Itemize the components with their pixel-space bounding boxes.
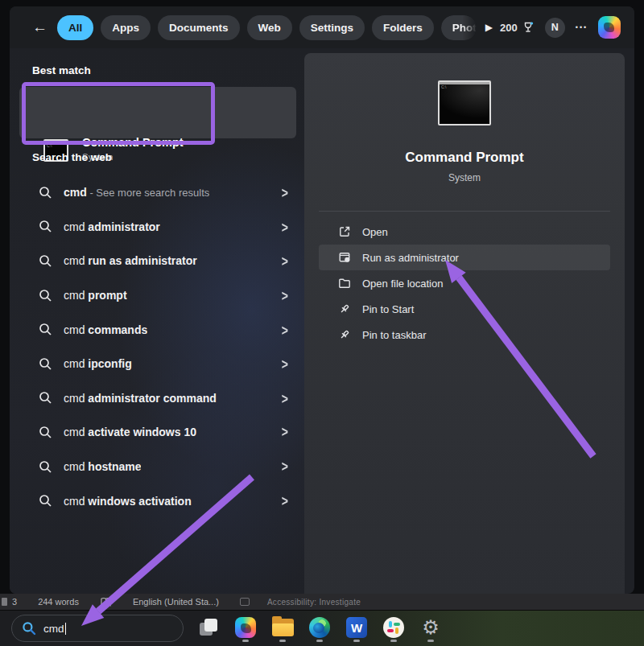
app-title: Command Prompt — [304, 150, 625, 166]
search-icon — [39, 391, 52, 405]
copilot-taskbar-icon[interactable] — [234, 616, 257, 639]
chevron-right-icon: > — [282, 287, 288, 304]
rewards-trophy-icon — [522, 21, 535, 34]
file-explorer-icon[interactable] — [271, 616, 294, 639]
chevron-right-icon: > — [282, 184, 288, 201]
status-word-count[interactable]: 244 words — [38, 597, 79, 607]
taskbar-search-box[interactable]: cmd — [11, 615, 184, 642]
proofing-book-icon[interactable] — [100, 597, 112, 607]
folder-icon — [338, 277, 351, 290]
action-pin-to-taskbar[interactable]: Pin to taskbar — [319, 322, 610, 348]
task-view-icon[interactable] — [197, 616, 220, 639]
tab-settings[interactable]: Settings — [299, 15, 365, 40]
search-results-pane: Best match Command Prompt System Search … — [10, 48, 304, 594]
search-icon — [39, 323, 52, 336]
best-match-heading: Best match — [32, 64, 91, 76]
tab-apps[interactable]: Apps — [101, 15, 151, 40]
status-page-number[interactable]: 3 — [12, 597, 17, 607]
panel-divider — [319, 211, 610, 212]
rewards-points: 200 — [500, 22, 518, 34]
action-run-as-administrator[interactable]: Run as administrator — [319, 245, 610, 270]
settings-gear-icon[interactable]: ⚙ — [419, 616, 442, 639]
tab-photos[interactable]: Phot — [441, 15, 477, 40]
edge-browser-icon[interactable] — [308, 616, 331, 639]
status-dim-icon — [240, 598, 250, 606]
search-icon — [39, 289, 52, 302]
chevron-right-icon: > — [282, 218, 288, 235]
command-prompt-icon-large — [438, 80, 491, 125]
web-suggestions-list: cmd - See more search results > cmd admi… — [10, 175, 304, 518]
copilot-icon[interactable] — [598, 16, 621, 39]
admin-shield-icon — [338, 251, 351, 264]
pin-icon — [338, 328, 351, 341]
search-icon — [39, 186, 52, 200]
tab-folders[interactable]: Folders — [372, 15, 434, 40]
action-open-file-location[interactable]: Open file location — [319, 270, 610, 296]
best-match-title: Command Prompt — [82, 136, 184, 149]
app-detail-panel: Command Prompt System Open Run as admini… — [304, 53, 625, 594]
search-flyout-window: ← All Apps Documents Web Settings Folder… — [10, 6, 634, 594]
text-caret — [65, 623, 66, 635]
chevron-right-icon: > — [282, 253, 288, 270]
suggestion-cmd-ipconfig[interactable]: cmd ipconfig > — [10, 347, 304, 381]
taskbar-search-value: cmd — [43, 623, 64, 635]
back-arrow-icon[interactable]: ← — [32, 19, 50, 36]
chevron-right-icon: > — [282, 321, 288, 338]
status-language[interactable]: English (United Sta...) — [133, 597, 219, 607]
rewards-badge[interactable]: 200 — [500, 21, 535, 34]
suggestion-cmd-commands[interactable]: cmd commands > — [10, 312, 304, 347]
tabs-overflow-icon[interactable]: ▶ — [485, 22, 493, 33]
search-web-heading: Search the web — [32, 151, 112, 163]
tab-web[interactable]: Web — [247, 15, 292, 40]
chevron-right-icon: > — [282, 389, 288, 406]
more-options-icon[interactable]: ••• — [576, 23, 588, 31]
search-icon — [39, 494, 52, 508]
slack-icon[interactable] — [382, 616, 405, 639]
action-pin-to-start[interactable]: Pin to Start — [319, 296, 610, 322]
best-match-result[interactable]: Command Prompt System — [19, 87, 296, 138]
status-page-icon — [2, 598, 7, 606]
open-external-icon — [338, 225, 351, 238]
suggestion-cmd-run-as-administrator[interactable]: cmd run as administrator > — [10, 244, 304, 278]
suggestion-cmd-hostname[interactable]: cmd hostname > — [10, 450, 304, 484]
app-subtitle: System — [304, 172, 625, 183]
word-icon[interactable]: W — [345, 616, 368, 639]
chevron-right-icon: > — [282, 424, 288, 441]
search-icon — [39, 426, 52, 439]
chevron-right-icon: > — [282, 492, 288, 509]
tab-documents[interactable]: Documents — [158, 15, 240, 40]
search-icon — [39, 220, 52, 233]
suggestion-cmd-administrator-command[interactable]: cmd administrator command > — [10, 381, 304, 416]
pin-icon — [338, 302, 351, 315]
status-accessibility[interactable]: Accessibility: Investigate — [267, 598, 361, 607]
taskbar-icons: W ⚙ — [197, 616, 442, 639]
topbar-right-group: 200 N ••• — [500, 16, 621, 39]
search-icon — [39, 460, 52, 474]
search-icon — [22, 621, 36, 636]
suggestion-cmd-activate-windows-10[interactable]: cmd activate windows 10 > — [10, 415, 304, 450]
search-filter-bar: ← All Apps Documents Web Settings Folder… — [10, 6, 634, 48]
suggestion-cmd-see-more[interactable]: cmd - See more search results > — [10, 175, 304, 210]
profile-avatar[interactable]: N — [545, 18, 565, 38]
suggestion-cmd-administrator[interactable]: cmd administrator > — [10, 210, 304, 245]
search-icon — [39, 357, 52, 371]
suggestion-cmd-windows-activation[interactable]: cmd windows activation > — [10, 483, 304, 518]
app-actions-list: Open Run as administrator Open file loca… — [319, 219, 610, 348]
chevron-right-icon: > — [282, 356, 288, 372]
chevron-right-icon: > — [282, 459, 288, 475]
tab-all[interactable]: All — [57, 15, 93, 40]
search-icon — [39, 254, 52, 268]
taskbar: cmd W ⚙ — [0, 610, 644, 646]
suggestion-cmd-prompt[interactable]: cmd prompt > — [10, 278, 304, 313]
action-open[interactable]: Open — [319, 219, 610, 245]
desktop-screen: ← All Apps Documents Web Settings Folder… — [0, 0, 644, 646]
word-status-bar: 3 244 words English (United Sta...) Acce… — [0, 594, 644, 610]
